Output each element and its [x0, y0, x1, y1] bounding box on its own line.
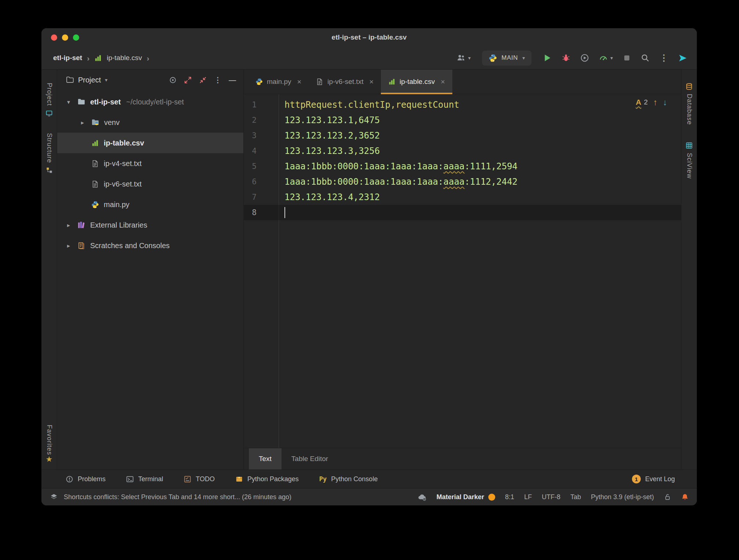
close-tab-icon[interactable]: × — [297, 78, 302, 86]
python-icon — [91, 201, 99, 209]
tab-label: main.py — [267, 78, 291, 86]
prev-warning-arrow-icon[interactable]: ↑ — [653, 98, 658, 107]
chevron-down-icon[interactable]: ▾ — [105, 77, 107, 82]
database-icon[interactable] — [685, 83, 693, 90]
search-everywhere-button[interactable] — [641, 54, 650, 62]
line-number: 8 — [244, 205, 279, 220]
python-console-icon: Py — [319, 475, 327, 483]
zoom-window-button[interactable] — [73, 34, 79, 41]
chevron-right-icon[interactable]: ▸ — [78, 119, 87, 126]
code-line[interactable]: 1 httpRequest.clientIp,requestCount — [244, 97, 681, 113]
breadcrumb-file[interactable]: ip-table.csv — [107, 54, 142, 62]
text-file-icon — [91, 160, 99, 167]
chevron-down-icon: ▾ — [610, 55, 613, 60]
hide-panel-button[interactable]: — — [229, 76, 236, 84]
todo-icon — [184, 475, 191, 483]
tab-main-py[interactable]: main.py × — [248, 70, 309, 94]
main-area: Project Structure Favorites ★ Project ▾ — [41, 70, 697, 469]
tree-item-external-libraries[interactable]: ▸ External Libraries — [57, 215, 243, 235]
run-with-profiler-button[interactable] — [580, 54, 589, 62]
breadcrumb-project[interactable]: etl-ip-set — [53, 54, 82, 62]
more-options-button[interactable]: ⋮ — [659, 54, 668, 62]
encoding-widget[interactable]: UTF-8 — [542, 493, 560, 501]
view-tab-text[interactable]: Text — [249, 448, 282, 469]
project-panel-title[interactable]: Project — [78, 76, 101, 84]
code-text: 123.123.123.4,2312 — [279, 189, 380, 205]
unlocked-padlock-icon[interactable] — [664, 493, 671, 501]
line-ending-widget[interactable]: LF — [524, 493, 532, 501]
tool-button-label: Problems — [78, 475, 106, 483]
material-plugin-icon[interactable] — [678, 54, 687, 63]
layers-icon[interactable] — [50, 493, 58, 501]
tree-item-main-py[interactable]: main.py — [57, 194, 243, 215]
star-icon[interactable]: ★ — [46, 455, 53, 463]
tool-button-todo[interactable]: TODO — [184, 475, 215, 483]
close-tab-icon[interactable]: × — [441, 78, 445, 86]
tool-button-database[interactable]: Database — [685, 94, 693, 125]
tool-button-sciview[interactable]: SciView — [685, 153, 693, 179]
close-tab-icon[interactable]: × — [369, 78, 374, 86]
chevron-down-icon[interactable]: ▾ — [65, 99, 73, 106]
code-line[interactable]: 2 123.123.123.1,6475 — [244, 113, 681, 128]
users-icon — [457, 54, 466, 62]
minimize-window-button[interactable] — [62, 34, 68, 41]
next-warning-arrow-icon[interactable]: ↓ — [663, 98, 668, 107]
code-line-caret[interactable]: 8 — [244, 205, 681, 220]
profiler-button[interactable]: ▾ — [599, 54, 613, 62]
code-line[interactable]: 5 1aaa:1bbb:0000:1aaa:1aaa:1aaa:aaaa:111… — [244, 159, 681, 174]
notification-bell-icon[interactable] — [681, 493, 689, 501]
tool-button-project[interactable]: Project — [45, 83, 53, 106]
tool-button-python-packages[interactable]: Python Packages — [235, 475, 299, 483]
caret-position-widget[interactable]: 8:1 — [505, 493, 514, 501]
code-line[interactable]: 4 123.123.123.3,3256 — [244, 143, 681, 159]
panel-options-button[interactable]: ⋮ — [214, 76, 221, 84]
tool-button-problems[interactable]: Problems — [66, 475, 106, 483]
code-line[interactable]: 6 1aaa:1bbb:0000:1aaa:1aaa:1aaa:aaaa:111… — [244, 174, 681, 189]
code-with-me-button[interactable]: ▾ — [457, 54, 471, 62]
main-toolbar: etl-ip-set › ip-table.csv › ▾ MAIN ▾ — [41, 47, 697, 70]
code-line[interactable]: 7 123.123.123.4,2312 — [244, 189, 681, 205]
tool-button-event-log[interactable]: 1 Event Log — [632, 475, 675, 483]
locate-file-button[interactable] — [169, 76, 177, 84]
debug-button[interactable] — [562, 54, 570, 62]
tree-item-root[interactable]: ▾ etl-ip-set ~/cloudy/etl-ip-set — [57, 92, 243, 112]
code-editor[interactable]: 1 httpRequest.clientIp,requestCount 2 12… — [244, 94, 681, 448]
tool-button-python-console[interactable]: Py Python Console — [319, 475, 378, 483]
tree-item-venv[interactable]: ▸ venv — [57, 112, 243, 133]
tree-item-ip-v6-set-txt[interactable]: ip-v6-set.txt — [57, 174, 243, 194]
code-segment: 1aaa:1bbb:0000:1aaa:1aaa:1aaa: — [284, 161, 443, 172]
chevron-right-icon[interactable]: ▸ — [65, 242, 73, 249]
tool-button-label: Event Log — [645, 475, 675, 483]
tree-item-label: main.py — [104, 200, 129, 209]
tab-ip-table-csv[interactable]: ip-table.csv × — [381, 70, 452, 94]
code-line[interactable]: 3 123.123.123.2,3652 — [244, 128, 681, 143]
python-icon — [255, 78, 263, 85]
indent-widget[interactable]: Tab — [570, 493, 581, 501]
cloud-settings-icon[interactable] — [418, 493, 427, 501]
breadcrumb-separator-icon: › — [87, 54, 89, 62]
run-configuration-select[interactable]: MAIN ▾ — [482, 51, 532, 66]
sciview-grid-icon[interactable] — [685, 142, 693, 149]
tree-item-scratches[interactable]: ▸ Scratches and Consoles — [57, 235, 243, 256]
toolbar-actions: ▾ MAIN ▾ ▾ — [457, 51, 687, 66]
tool-button-terminal[interactable]: Terminal — [126, 475, 163, 483]
tree-item-ip-v4-set-txt[interactable]: ip-v4-set.txt — [57, 153, 243, 174]
theme-widget[interactable]: Material Darker — [437, 493, 495, 501]
interpreter-widget[interactable]: Python 3.9 (etl-ip-set) — [591, 493, 654, 501]
stop-button[interactable] — [623, 54, 631, 62]
structure-icon[interactable] — [46, 167, 53, 174]
monitor-icon[interactable] — [45, 110, 53, 117]
view-tab-table-editor[interactable]: Table Editor — [282, 448, 338, 469]
tool-button-structure[interactable]: Structure — [45, 133, 53, 163]
tree-item-ip-table-csv[interactable]: ip-table.csv — [57, 133, 243, 153]
tool-button-favorites[interactable]: Favorites — [45, 425, 53, 455]
run-button[interactable] — [543, 54, 552, 62]
close-window-button[interactable] — [51, 34, 57, 41]
chevron-right-icon[interactable]: ▸ — [65, 222, 73, 229]
expand-all-button[interactable] — [184, 76, 192, 84]
collapse-all-button[interactable] — [199, 76, 207, 84]
status-message[interactable]: Shortcuts conflicts: Select Previous Tab… — [64, 493, 291, 501]
inspections-widget[interactable]: A 2 ↑ ↓ — [636, 98, 667, 107]
traffic-lights — [51, 28, 79, 47]
tab-ip-v6-set-txt[interactable]: ip-v6-set.txt × — [309, 70, 381, 94]
